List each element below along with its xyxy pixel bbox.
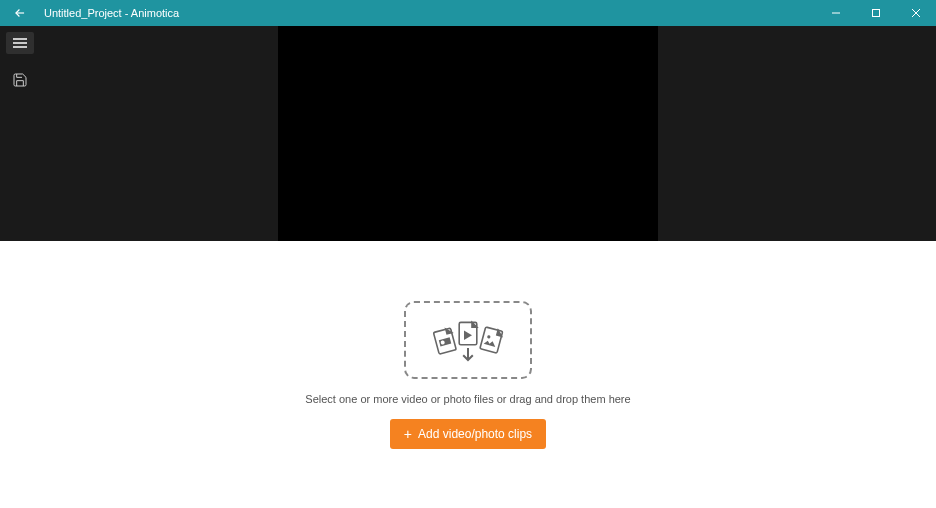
preview-area (40, 26, 896, 241)
svg-rect-1 (873, 10, 880, 17)
titlebar: Untitled_Project - Animotica (0, 0, 936, 26)
save-button[interactable] (8, 68, 32, 92)
close-button[interactable] (896, 0, 936, 26)
save-icon (12, 72, 28, 88)
left-toolbar (0, 26, 40, 241)
menu-icon (12, 37, 28, 49)
media-files-icon (428, 315, 508, 365)
preview-canvas (278, 26, 658, 241)
menu-button[interactable] (6, 32, 34, 54)
preview-padding (896, 26, 936, 241)
arrow-left-icon (13, 6, 27, 20)
maximize-icon (871, 8, 881, 18)
dropzone-hint: Select one or more video or photo files … (305, 393, 630, 405)
plus-icon: + (404, 427, 412, 441)
app-window: Untitled_Project - Animotica (0, 0, 936, 508)
minimize-icon (831, 8, 841, 18)
timeline-empty-section: Select one or more video or photo files … (0, 241, 936, 508)
add-clips-label: Add video/photo clips (418, 427, 532, 441)
preview-section (0, 26, 936, 241)
window-controls (816, 0, 936, 26)
close-icon (911, 8, 921, 18)
content-area: Select one or more video or photo files … (0, 26, 936, 508)
back-button[interactable] (8, 0, 32, 26)
window-title: Untitled_Project - Animotica (44, 7, 179, 19)
minimize-button[interactable] (816, 0, 856, 26)
dropzone-illustration[interactable] (404, 301, 532, 379)
maximize-button[interactable] (856, 0, 896, 26)
add-clips-button[interactable]: + Add video/photo clips (390, 419, 546, 449)
